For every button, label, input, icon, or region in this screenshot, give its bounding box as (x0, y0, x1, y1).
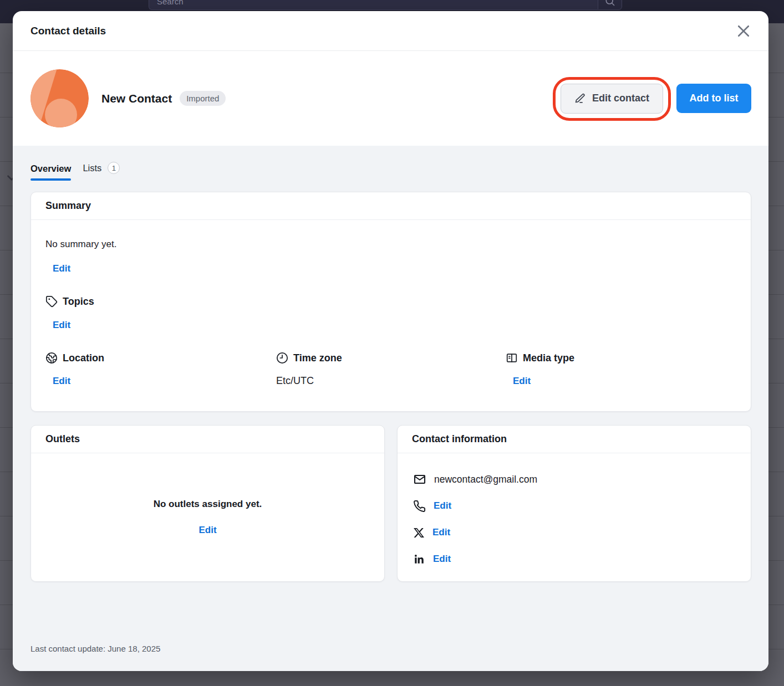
media-type-icon (506, 352, 518, 364)
mediatype-field: Media type Edit (506, 352, 736, 387)
search-input[interactable] (149, 0, 598, 10)
summary-card: Summary No summary yet. Edit Topics Edit (30, 192, 751, 412)
imported-badge: Imported (180, 91, 226, 106)
contact-info-card: Contact information newcontact@gmail.com… (397, 425, 751, 582)
contact-name: New Contact (101, 92, 172, 105)
timezone-label: Time zone (293, 352, 342, 364)
outlets-card-title: Outlets (31, 426, 384, 453)
modal-title: Contact details (30, 25, 106, 37)
modal-body: Overview Lists 1 Summary No summary yet.… (13, 146, 768, 671)
phone-icon (413, 500, 426, 513)
modal-header: Contact details (13, 11, 768, 51)
tabs: Overview Lists 1 (30, 161, 751, 181)
contact-details-modal: Contact details New Contact Imported (13, 11, 768, 671)
x-twitter-icon (413, 527, 425, 539)
close-icon (735, 23, 752, 39)
topics-section: Topics (45, 295, 736, 308)
tab-lists[interactable]: Lists 1 (83, 162, 120, 181)
location-field: Location Edit (45, 352, 276, 387)
globe-icon (45, 352, 58, 364)
lists-count-badge: 1 (108, 162, 120, 174)
search-icon (604, 0, 615, 7)
summary-empty-text: No summary yet. (45, 239, 736, 250)
search-button[interactable] (598, 0, 622, 10)
summary-fields: Location Edit Time zone Etc/UTC (45, 352, 736, 387)
edit-phone-link[interactable]: Edit (434, 500, 451, 511)
pencil-icon (574, 93, 586, 104)
edit-linkedin-link[interactable]: Edit (433, 554, 451, 565)
tab-overview[interactable]: Overview (30, 163, 71, 181)
edit-contact-button[interactable]: Edit contact (561, 84, 663, 114)
contact-info-card-title: Contact information (398, 426, 751, 453)
avatar (30, 69, 89, 127)
hero-actions: Edit contact Add to list (561, 84, 751, 114)
mediatype-label: Media type (523, 352, 574, 364)
edit-summary-link[interactable]: Edit (53, 263, 70, 274)
add-to-list-button[interactable]: Add to list (676, 84, 751, 113)
location-label: Location (63, 352, 104, 364)
email-row: newcontact@gmail.com (413, 466, 736, 493)
edit-outlets-link[interactable]: Edit (198, 525, 216, 536)
contact-name-group: New Contact Imported (101, 91, 226, 106)
timezone-field: Time zone Etc/UTC (276, 352, 506, 387)
edit-topics-link[interactable]: Edit (53, 320, 70, 331)
last-update-text: Last contact update: June 18, 2025 (30, 644, 751, 653)
contact-hero: New Contact Imported Edit contact Add to… (13, 51, 768, 146)
x-row: Edit (413, 519, 736, 546)
screen: Contact details New Contact Imported (0, 0, 784, 686)
outlets-empty-text: No outlets assigned yet. (154, 499, 262, 510)
email-value: newcontact@gmail.com (434, 474, 537, 485)
timezone-value: Etc/UTC (276, 375, 506, 387)
close-button[interactable] (735, 23, 752, 39)
topics-label: Topics (63, 296, 94, 308)
summary-card-title: Summary (31, 192, 751, 220)
edit-location-link[interactable]: Edit (53, 376, 70, 387)
clock-icon (276, 352, 288, 364)
outlets-card: Outlets No outlets assigned yet. Edit (30, 425, 385, 582)
edit-x-link[interactable]: Edit (432, 527, 450, 538)
tag-icon (45, 295, 58, 308)
phone-row: Edit (413, 493, 736, 519)
edit-mediatype-link[interactable]: Edit (513, 376, 531, 387)
mail-icon (413, 473, 426, 486)
linkedin-row: Edit (413, 546, 736, 572)
linkedin-icon (413, 553, 425, 565)
